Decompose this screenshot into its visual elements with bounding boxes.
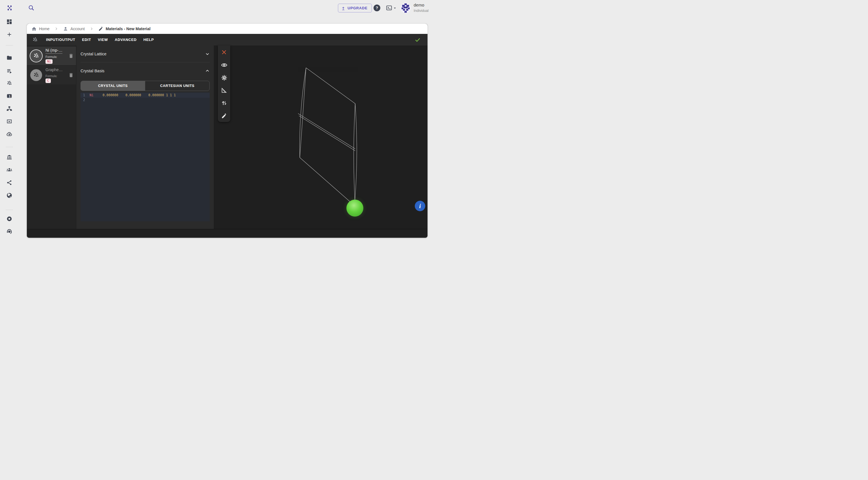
visibility-button[interactable] xyxy=(221,62,227,68)
formula-label: Formula: xyxy=(45,55,62,59)
material-avatar xyxy=(30,50,42,62)
menu-advanced[interactable]: ADVANCED xyxy=(111,34,140,45)
help-glyph: ? xyxy=(376,6,378,10)
sidebar-item-shared[interactable] xyxy=(6,179,12,186)
section-crystal-lattice[interactable]: Crystal Lattice xyxy=(81,45,210,62)
user-avatar[interactable] xyxy=(400,3,411,13)
materials-dots-icon xyxy=(6,80,12,87)
tab-crystal-units[interactable]: CRYSTAL UNITS xyxy=(81,81,145,91)
image-icon xyxy=(6,118,12,125)
bottom-status-bar xyxy=(27,229,428,237)
search-icon xyxy=(28,4,34,11)
code-line-2: 2 xyxy=(81,98,210,102)
breadcrumb-account[interactable]: Account xyxy=(63,26,85,31)
line-number: 2 xyxy=(81,98,87,102)
sidebar-item-create-new[interactable] xyxy=(6,31,12,38)
delete-material-button[interactable] xyxy=(68,54,74,59)
search-button[interactable] xyxy=(28,4,34,11)
left-sidebar: 1 xyxy=(0,16,19,240)
user-name[interactable]: demo xyxy=(414,3,424,7)
material-item-graphene[interactable]: Graphe… Formula: C xyxy=(27,66,76,84)
sidebar-item-command-hub[interactable] xyxy=(6,216,12,222)
basis-code-editor[interactable]: 1 Ni 0.000000 0.000000 0.000000 1 1 1 2 xyxy=(81,92,210,221)
helm-wheel-icon xyxy=(6,216,12,222)
material-title[interactable]: Graphe… xyxy=(45,67,63,73)
console-menu-button[interactable] xyxy=(386,5,397,11)
y-coordinate: 0.000000 xyxy=(125,93,148,98)
tab-cartesian-units[interactable]: CARTESIAN UNITS xyxy=(145,81,209,91)
svg-text:1: 1 xyxy=(9,95,10,98)
help-button[interactable]: ? xyxy=(374,4,380,11)
bank-icon xyxy=(6,154,12,160)
people-icon xyxy=(6,167,12,173)
sidebar-item-unit[interactable]: 1 xyxy=(6,93,12,99)
upload-arrow-icon xyxy=(341,6,346,10)
sidebar-item-support[interactable] xyxy=(6,229,12,235)
workflow-icon xyxy=(6,106,12,112)
sidebar-item-projects[interactable] xyxy=(6,55,12,61)
structure-viewer-canvas[interactable]: i xyxy=(214,45,428,229)
chevron-right-icon xyxy=(90,27,94,31)
share-icon xyxy=(6,179,12,186)
user-plan: Individual xyxy=(414,9,429,13)
material-item-ni[interactable]: Ni (mp-… Formula: Ni xyxy=(27,46,76,65)
measure-button[interactable] xyxy=(221,87,227,94)
breadcrumb-home[interactable]: Home xyxy=(31,26,50,32)
sidebar-item-materials[interactable] xyxy=(6,80,12,87)
globe-icon xyxy=(6,192,12,199)
selective-dynamics-flags: 1 1 1 xyxy=(166,93,176,98)
trash-icon xyxy=(68,73,74,78)
sidebar-item-organization[interactable] xyxy=(6,154,12,160)
pencil-icon xyxy=(221,113,227,119)
gear-icon xyxy=(221,74,227,81)
viewer-settings-button[interactable] xyxy=(221,74,227,81)
breadcrumb: Home Account Materials - New Material xyxy=(27,24,428,34)
chevron-down-icon[interactable] xyxy=(205,52,210,56)
sidebar-item-dashboard[interactable] xyxy=(6,19,12,25)
menu-edit[interactable]: EDIT xyxy=(79,34,94,45)
material-title[interactable]: Ni (mp-… xyxy=(45,48,62,54)
breadcrumb-home-label: Home xyxy=(39,27,50,31)
units-tabs: CRYSTAL UNITS CARTESIAN UNITS xyxy=(81,81,210,91)
sidebar-item-uploads[interactable] xyxy=(6,131,12,137)
headset-support-icon xyxy=(6,229,12,235)
info-button[interactable]: i xyxy=(415,201,425,211)
sidebar-item-workflows[interactable] xyxy=(6,106,12,112)
sidebar-item-jobs[interactable] xyxy=(6,68,12,74)
dashboard-icon xyxy=(6,19,12,25)
sidebar-item-explore[interactable] xyxy=(6,192,12,199)
chevron-up-icon[interactable] xyxy=(205,69,210,73)
material-dots-icon xyxy=(32,37,38,43)
editor-menubar: INPUT/OUTPUT EDIT VIEW ADVANCED HELP xyxy=(27,34,428,45)
section-title: Crystal Basis xyxy=(81,69,104,73)
x-coordinate: 0.000000 xyxy=(102,93,125,98)
section-crystal-basis[interactable]: Crystal Basis xyxy=(81,62,210,79)
upgrade-button[interactable]: UPGRADE xyxy=(338,4,372,12)
sidebar-divider xyxy=(6,147,13,147)
ruler-triangle-icon xyxy=(221,87,227,94)
sidebar-divider xyxy=(6,210,13,210)
home-icon xyxy=(31,26,37,32)
folder-icon xyxy=(6,55,12,61)
delete-material-button[interactable] xyxy=(68,73,74,78)
material-dots-icon xyxy=(33,72,39,78)
menu-help[interactable]: HELP xyxy=(140,34,157,45)
line-number: 1 xyxy=(81,93,87,98)
close-viewer-button[interactable] xyxy=(221,49,227,56)
code-line-1: 1 Ni 0.000000 0.000000 0.000000 1 1 1 xyxy=(81,93,210,98)
up-down-arrows-icon xyxy=(221,100,227,106)
menu-input-output[interactable]: INPUT/OUTPUT xyxy=(43,34,79,45)
close-x-icon xyxy=(221,49,227,55)
caret-down-icon xyxy=(393,6,397,10)
formula-chip: C xyxy=(45,78,51,83)
sidebar-item-media[interactable] xyxy=(6,118,12,125)
sidebar-divider xyxy=(6,45,13,45)
person-icon xyxy=(63,26,68,31)
menu-view[interactable]: VIEW xyxy=(94,34,111,45)
sidebar-item-team[interactable] xyxy=(6,167,12,173)
element-token: Ni xyxy=(90,93,102,98)
mat3ra-logo-icon[interactable] xyxy=(6,4,13,11)
section-title: Crystal Lattice xyxy=(81,52,106,56)
edit-structure-button[interactable] xyxy=(221,112,227,119)
axes-toggle-button[interactable] xyxy=(221,100,227,106)
